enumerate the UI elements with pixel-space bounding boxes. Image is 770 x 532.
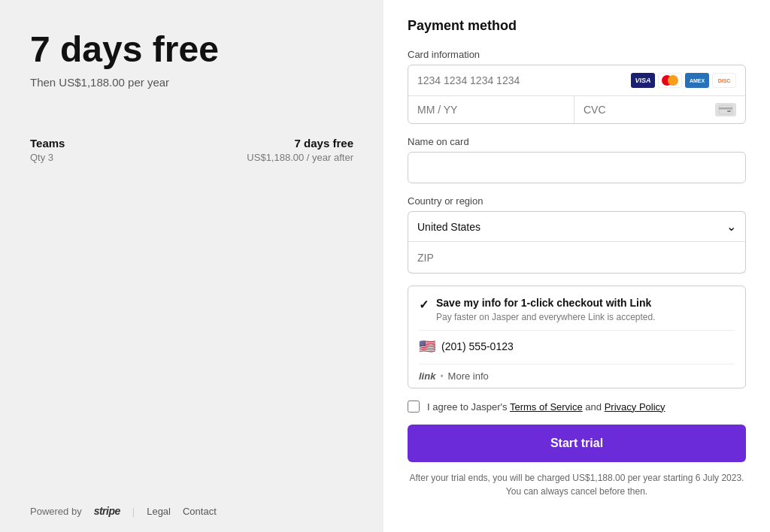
card-number-input[interactable] xyxy=(417,74,631,86)
right-panel: Payment method Card information VISA AME… xyxy=(383,0,770,532)
terms-text-before: I agree to Jasper's xyxy=(427,401,510,413)
country-selected-text: United States xyxy=(417,221,480,233)
link-save-box: ✓ Save my info for 1-click checkout with… xyxy=(408,286,746,388)
link-footer: link • More info xyxy=(419,364,735,388)
country-select[interactable]: United States ⌄ xyxy=(408,211,746,242)
card-info-box: VISA AMEX DISC xyxy=(408,65,746,124)
link-save-content: Save my info for 1-click checkout with L… xyxy=(436,297,656,322)
main-title: 7 days free xyxy=(30,30,353,70)
card-icons: VISA AMEX DISC xyxy=(631,73,736,88)
name-on-card-label: Name on card xyxy=(408,136,746,147)
svg-rect-0 xyxy=(719,105,732,114)
us-flag-icon: 🇺🇸 xyxy=(419,338,435,355)
link-dot-separator: • xyxy=(440,371,443,382)
link-save-title: Save my info for 1-click checkout with L… xyxy=(436,297,656,309)
left-footer: Powered by stripe | Legal Contact xyxy=(30,505,217,517)
visa-icon: VISA xyxy=(631,73,655,88)
mastercard-icon xyxy=(658,73,682,88)
footer-divider: | xyxy=(132,506,135,517)
phone-number: (201) 555-0123 xyxy=(441,340,514,352)
link-save-desc: Pay faster on Jasper and everywhere Link… xyxy=(436,312,656,322)
more-info-link[interactable]: More info xyxy=(448,370,489,382)
terms-checkbox[interactable] xyxy=(408,401,420,413)
start-trial-button[interactable]: Start trial xyxy=(408,425,746,462)
cvc-input[interactable] xyxy=(584,104,715,116)
cvc-row xyxy=(574,96,745,123)
svg-rect-2 xyxy=(727,110,731,112)
plan-qty: Qty 3 xyxy=(30,152,65,163)
plan-info-left: Teams Qty 3 xyxy=(30,137,65,163)
cvc-card-icon xyxy=(715,103,736,116)
card-bottom-row xyxy=(408,96,745,123)
svg-rect-1 xyxy=(719,107,732,110)
terms-of-service-link[interactable]: Terms of Service xyxy=(510,401,583,413)
stripe-logo: stripe xyxy=(94,505,120,517)
trial-note: After your trial ends, you will be charg… xyxy=(408,471,746,498)
terms-row: I agree to Jasper's Terms of Service and… xyxy=(408,401,746,413)
plan-row: Teams Qty 3 7 days free US$1,188.00 / ye… xyxy=(30,125,353,175)
amex-icon: AMEX xyxy=(685,73,709,88)
country-region-label: Country or region xyxy=(408,195,746,207)
terms-text: I agree to Jasper's Terms of Service and… xyxy=(427,401,665,413)
contact-link[interactable]: Contact xyxy=(183,506,217,517)
terms-text-mid: and xyxy=(583,401,605,413)
chevron-down-icon: ⌄ xyxy=(726,219,736,234)
plan-price-after: US$1,188.00 / year after xyxy=(247,152,353,163)
left-panel: 7 days free Then US$1,188.00 per year Te… xyxy=(0,0,383,532)
privacy-policy-link[interactable]: Privacy Policy xyxy=(605,401,665,413)
phone-row: 🇺🇸 (201) 555-0123 xyxy=(419,330,735,362)
subtitle: Then US$1,188.00 per year xyxy=(30,76,353,89)
plan-trial: 7 days free xyxy=(247,137,353,150)
powered-by-text: Powered by xyxy=(30,506,82,517)
plan-price-right: 7 days free US$1,188.00 / year after xyxy=(247,137,353,163)
mm-yy-input[interactable] xyxy=(408,96,574,123)
card-number-row: VISA AMEX DISC xyxy=(408,65,745,96)
card-info-label: Card information xyxy=(408,49,746,60)
discover-icon: DISC xyxy=(712,73,736,88)
link-save-row: ✓ Save my info for 1-click checkout with… xyxy=(419,297,735,322)
zip-input[interactable] xyxy=(408,242,746,274)
checkmark-icon: ✓ xyxy=(419,298,429,312)
payment-method-title: Payment method xyxy=(408,18,746,34)
plan-name: Teams xyxy=(30,137,65,150)
legal-link[interactable]: Legal xyxy=(147,506,171,517)
name-on-card-input[interactable] xyxy=(408,152,746,183)
link-brand-text: link xyxy=(419,370,435,382)
